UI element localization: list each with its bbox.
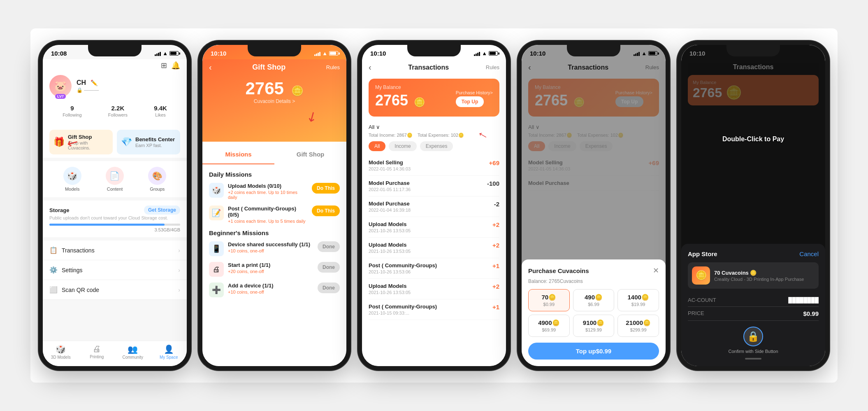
menu-settings[interactable]: ⚙️ Settings › bbox=[43, 260, 187, 280]
rules-button-2[interactable]: Rules bbox=[326, 64, 340, 70]
bell-icon[interactable]: 🔔 bbox=[171, 61, 180, 70]
nav-3d-models[interactable]: 🎲 3D Models bbox=[43, 344, 79, 360]
get-storage-button[interactable]: Get Storage bbox=[144, 206, 180, 215]
coin-option-5[interactable]: 21000🪙 $299.99 bbox=[617, 315, 659, 337]
as-product-icon: 🪙 bbox=[692, 266, 710, 285]
daily-missions-title: Daily Missions bbox=[209, 171, 340, 178]
menu-scan-qr[interactable]: ⬜ Scan QR code › bbox=[43, 280, 187, 300]
confirm-side-button: Confirm with Side Button bbox=[688, 349, 819, 354]
edit-icon[interactable]: ✏️ bbox=[91, 79, 97, 86]
storage-section: Storage Get Storage Public uploads don't… bbox=[43, 201, 187, 237]
filter-all[interactable]: All bbox=[369, 141, 385, 151]
battery-icon bbox=[169, 51, 179, 56]
mission-add-device: ➕ Add a device (1/1) +10 coins, one-off … bbox=[209, 283, 340, 297]
mission-icon-device: 📱 bbox=[209, 241, 224, 256]
cuvacoin-details[interactable]: Cuvacoin Details > bbox=[209, 98, 340, 104]
grid-icon[interactable]: ⊞ bbox=[161, 61, 167, 70]
mission-upload-models: 🎲 Upload Models (0/10) +2 coins each tim… bbox=[209, 183, 340, 200]
storage-title: Storage bbox=[49, 207, 69, 213]
totals-row: Total Income: 2867🪙 Total Expenses: 102🪙 bbox=[369, 133, 499, 138]
stat-likes[interactable]: 9.4K Likes bbox=[154, 105, 167, 117]
phone-4: 10:10 ▲ ‹ Transactions bbox=[518, 41, 670, 370]
quick-content[interactable]: 📄 Content bbox=[106, 167, 124, 191]
stat-following[interactable]: 9 Following bbox=[63, 105, 81, 117]
beginners-missions-title: Beginner's Missions bbox=[209, 229, 340, 236]
as-price-row: PRICE $0.99 bbox=[688, 307, 819, 321]
promo-gift-shop[interactable]: 🎁 Gift Shop Shop with Cuvacoins. bbox=[49, 130, 113, 154]
status-bar-3: 10:10 ▲ bbox=[362, 45, 506, 59]
back-button-3[interactable]: ‹ bbox=[369, 63, 371, 72]
phone-5: 10:10 Transactions My Balance 2765 🪙 Dou… bbox=[677, 41, 829, 370]
back-button-2[interactable]: ‹ bbox=[209, 63, 212, 72]
settings-icon: ⚙️ bbox=[49, 266, 58, 274]
status-icons-2: ▲ bbox=[314, 50, 338, 56]
app-store-sheet: App Store Cancel 🪙 70 Cuvacoins 🪙 Creali… bbox=[681, 244, 825, 366]
mission-post-community: 📝 Post ( Community-Groups) (0/5) +1 coin… bbox=[209, 206, 340, 224]
mission-icon-models: 🎲 bbox=[209, 183, 224, 198]
coin-option-4[interactable]: 9100🪙 $129.99 bbox=[573, 315, 615, 337]
avatar[interactable]: 🐷 LV7 bbox=[49, 75, 72, 97]
my-space-icon: 👤 bbox=[151, 344, 187, 354]
modal-header: Purchase Cuvacoins ✕ bbox=[528, 266, 659, 275]
storage-subtitle: Public uploads don't count toward your C… bbox=[49, 215, 180, 220]
profile-header: ⊞ 🔔 🐷 LV7 CH ✏️ 🔒 ——— bbox=[43, 59, 187, 126]
purchase-history-link[interactable]: Purchase History> bbox=[456, 90, 493, 95]
bottom-nav-1: 🎲 3D Models 🖨 Printing 👥 Community 👤 My … bbox=[43, 341, 187, 366]
filter-section-3: All ∨ Total Income: 2867🪙 Total Expenses… bbox=[362, 120, 506, 155]
gift-shop-header: ‹ Gift Shop Rules 2765 🪙 Cuvacoin Detail… bbox=[202, 59, 346, 142]
modal-balance: Balance: 2765Cuvacoins bbox=[528, 278, 659, 284]
nav-my-space[interactable]: 👤 My Space bbox=[151, 344, 187, 360]
tx-header: ‹ Transactions Rules bbox=[362, 59, 506, 75]
as-fingerprint-icon[interactable]: 🔒 bbox=[743, 327, 763, 346]
tx-item-7: Post ( Community-Groups)2021-10-15 09:33… bbox=[369, 299, 499, 320]
top-up-confirm-button[interactable]: Top up$0.99 bbox=[528, 343, 659, 360]
do-this-button-1[interactable]: Do This bbox=[312, 206, 340, 216]
tx-item-1: Model Purchase2022-01-05 11:17:36 -100 bbox=[369, 176, 499, 196]
signal-icon bbox=[155, 51, 161, 56]
top-up-button-3[interactable]: Top Up bbox=[456, 96, 484, 107]
quick-models[interactable]: 🎲 Models bbox=[63, 167, 81, 191]
menu-items: 📋 Transactions › ⚙️ Settings › ⬜ Scan QR… bbox=[43, 241, 187, 300]
as-cancel-button[interactable]: Cancel bbox=[799, 250, 819, 257]
menu-arrow-settings: › bbox=[178, 267, 180, 273]
coin-option-1[interactable]: 490🪙 $6.99 bbox=[573, 289, 615, 311]
stat-followers[interactable]: 2.2K Followers bbox=[108, 105, 128, 117]
status-icons-3: ▲ bbox=[474, 50, 498, 56]
profile-info: CH ✏️ 🔒 ——— bbox=[77, 79, 180, 93]
balance-card-3: My Balance 2765 🪙 Purchase History> Top … bbox=[369, 79, 499, 117]
nav-community[interactable]: 👥 Community bbox=[115, 344, 151, 360]
mission-icon-post: 📝 bbox=[209, 206, 224, 220]
done-button-1[interactable]: Done bbox=[318, 262, 340, 273]
do-this-button-0[interactable]: Do This bbox=[312, 183, 340, 194]
purchase-modal-overlay[interactable]: Purchase Cuvacoins ✕ Balance: 2765Cuvaco… bbox=[522, 45, 666, 366]
tab-missions[interactable]: Missions bbox=[202, 145, 274, 164]
rules-button-3[interactable]: Rules bbox=[486, 64, 499, 70]
coin-option-3[interactable]: 4900🪙 $69.99 bbox=[528, 315, 570, 337]
coin-option-2[interactable]: 1400🪙 $19.99 bbox=[617, 289, 659, 311]
filter-income[interactable]: Income bbox=[389, 141, 416, 151]
coin-options-grid: 70🪙 $0.99 490🪙 $6.99 1400🪙 $19.99 4 bbox=[528, 289, 659, 337]
history-badge[interactable]: History bbox=[311, 159, 333, 166]
wifi-icon-2: ▲ bbox=[322, 50, 327, 56]
3d-models-icon: 🎲 bbox=[43, 344, 79, 354]
menu-transactions[interactable]: 📋 Transactions › bbox=[43, 241, 187, 260]
transactions-icon: 📋 bbox=[49, 246, 58, 254]
done-button-0[interactable]: Done bbox=[318, 241, 340, 252]
modal-close-button[interactable]: ✕ bbox=[653, 266, 659, 275]
tab-gift-shop[interactable]: Gift Shop bbox=[274, 145, 346, 164]
filter-tabs: All Income Expenses bbox=[369, 141, 499, 151]
all-dropdown[interactable]: All ∨ bbox=[369, 124, 499, 130]
coin-option-0[interactable]: 70🪙 $0.99 bbox=[528, 289, 570, 311]
done-button-2[interactable]: Done bbox=[318, 283, 340, 293]
privacy-label: 🔒 ——— bbox=[77, 87, 180, 93]
nav-printing[interactable]: 🖨 Printing bbox=[79, 344, 115, 360]
level-badge: LV7 bbox=[55, 94, 66, 99]
phone-3: 10:10 ▲ ‹ Transactions bbox=[358, 41, 510, 370]
wifi-icon: ▲ bbox=[162, 50, 168, 56]
filter-expenses[interactable]: Expenses bbox=[420, 141, 453, 151]
storage-bar-fill bbox=[49, 224, 165, 226]
tx-item-2: Model Purchase2022-01-04 16:39:18 -2 bbox=[369, 196, 499, 217]
quick-groups[interactable]: 🎨 Groups bbox=[148, 167, 166, 191]
status-icons-1: ▲ bbox=[155, 50, 179, 56]
promo-benefits[interactable]: 💎 Benefits Center Earn XP fast. bbox=[117, 130, 180, 154]
